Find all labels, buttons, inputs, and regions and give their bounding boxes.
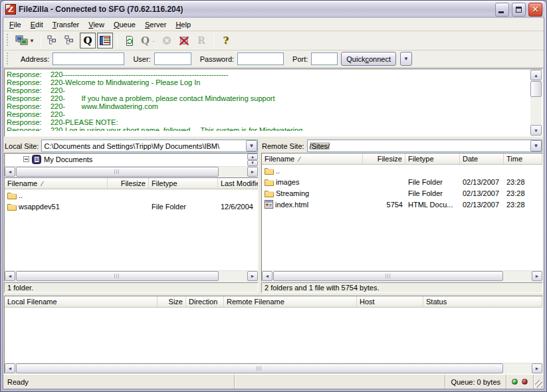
scrollbar-thumb[interactable] [530, 81, 542, 97]
message-log[interactable]: Response:220----------------------------… [4, 68, 543, 137]
toggle-local-tree-button[interactable] [45, 33, 61, 49]
disconnect-button[interactable] [176, 33, 192, 49]
log-vertical-scrollbar[interactable]: ▲ ▼ [530, 70, 542, 136]
quickconnect-dropdown-button[interactable]: ▼ [400, 52, 412, 66]
port-input[interactable] [311, 52, 338, 65]
scroll-right-icon[interactable]: ► [247, 167, 258, 177]
scroll-left-icon[interactable]: ◄ [5, 167, 15, 177]
quickconnect-button[interactable]: Quickconnect [341, 52, 396, 66]
column-header-date[interactable]: Date [460, 153, 504, 164]
scroll-down-icon[interactable]: ▼ [530, 125, 542, 136]
file-row-wsappdev51[interactable]: wsappdev51 File Folder 12/6/2004 [5, 201, 258, 212]
remote-list-body[interactable]: .. images File Folder 02/13/2007 23:28 d… [262, 165, 542, 270]
menu-queue[interactable]: Queue [109, 19, 140, 31]
title-bar[interactable]: Z FileZilla - Connected to SFG (70.62.11… [3, 1, 544, 18]
message-log-icon [100, 36, 110, 45]
maximize-button[interactable] [512, 3, 526, 17]
help-button[interactable]: ? [218, 33, 234, 49]
column-header-time[interactable]: Time [504, 153, 542, 164]
scrollbar-thumb[interactable] [16, 167, 219, 177]
menu-transfer[interactable]: Transfer [48, 19, 84, 31]
column-header-filename[interactable]: Filename/ [5, 178, 108, 189]
address-input[interactable] [53, 52, 124, 65]
column-header-host[interactable]: Host [357, 296, 423, 307]
status-ready-text: Ready [3, 375, 235, 389]
local-site-combo[interactable]: C:\Documents and Settings\Tripp\My Docum… [41, 140, 258, 152]
scrollbar-thumb[interactable] [16, 363, 503, 373]
file-row-parent-dir[interactable]: .. [5, 189, 258, 201]
scroll-right-icon[interactable]: ► [532, 363, 542, 373]
file-row-parent-dir[interactable]: .. [262, 165, 542, 176]
site-manager-dropdown-icon: ▼ [29, 38, 35, 44]
queue-horizontal-scrollbar[interactable]: ◄ ► [5, 363, 542, 373]
scroll-left-icon[interactable]: ◄ [5, 271, 15, 281]
remote-site-dropdown-button[interactable]: ▼ [530, 140, 542, 151]
queue-body[interactable] [5, 308, 542, 363]
column-header-direction[interactable]: Direction [186, 296, 224, 307]
column-header-filetype[interactable]: Filetype [405, 153, 460, 164]
scrollbar-track[interactable] [530, 98, 542, 125]
tree-node-label[interactable]: My Documents [44, 155, 92, 163]
column-header-last-modified[interactable]: Last Modified [218, 178, 259, 189]
remote-site-path[interactable]: /Sites/ [308, 142, 530, 150]
column-header-permissions[interactable] [542, 153, 543, 164]
toggle-remote-tree-button[interactable] [62, 33, 78, 49]
toggle-queue-button[interactable]: Q [80, 33, 96, 49]
user-input[interactable] [154, 52, 191, 65]
scrollbar-track[interactable] [219, 271, 247, 281]
column-header-local-filename[interactable]: Local Filename [5, 296, 158, 307]
scrollbar-track[interactable] [504, 363, 532, 373]
column-header-filetype[interactable]: Filetype [149, 178, 218, 189]
scroll-left-icon[interactable]: ◄ [262, 271, 273, 281]
refresh-button[interactable] [122, 33, 138, 49]
chevron-down-icon: ▼ [534, 143, 539, 149]
help-icon: ? [223, 36, 229, 46]
local-file-list: Filename/ Filesize Filetype Last Modifie… [4, 177, 259, 282]
remote-file-list: Filename/ Filesize Filetype Date Time ..… [261, 153, 543, 282]
collapse-icon[interactable] [23, 156, 29, 162]
scrollbar-thumb[interactable] [16, 271, 219, 281]
local-tree[interactable]: My Documents ▲ ▼ ◄ ► [4, 153, 259, 177]
resize-grip[interactable] [534, 375, 544, 389]
local-site-path[interactable]: C:\Documents and Settings\Tripp\My Docum… [42, 142, 246, 150]
local-site-dropdown-button[interactable]: ▼ [246, 140, 257, 151]
scrollbar-track[interactable] [219, 167, 247, 177]
scrollbar-thumb[interactable] [273, 271, 503, 281]
column-header-filename[interactable]: Filename/ [262, 153, 363, 164]
password-input[interactable] [237, 52, 284, 65]
menu-file[interactable]: File [5, 19, 26, 31]
menu-view[interactable]: View [84, 19, 109, 31]
tree-vertical-scrollbar[interactable]: ▲ ▼ [247, 153, 258, 166]
quickconnect-gripper[interactable] [6, 52, 9, 66]
file-row-index-html[interactable]: index.html 5754 HTML Docu... 02/13/2007 … [262, 199, 542, 210]
site-manager-button[interactable]: ▼ [13, 33, 37, 49]
scrollbar-track[interactable] [504, 271, 532, 281]
scroll-right-icon[interactable]: ► [532, 271, 542, 281]
local-list-horizontal-scrollbar[interactable]: ◄ ► [5, 270, 258, 281]
column-header-filesize[interactable]: Filesize [108, 178, 149, 189]
close-button[interactable]: ✕ [528, 3, 542, 17]
tree-node-my-documents[interactable]: My Documents [5, 153, 258, 165]
local-list-body[interactable]: .. wsappdev51 File Folder 12/6/2004 [5, 189, 258, 270]
scroll-down-icon[interactable]: ▼ [247, 160, 258, 167]
menu-server[interactable]: Server [140, 19, 171, 31]
scroll-right-icon[interactable]: ► [247, 271, 258, 281]
file-row-streaming[interactable]: Streaming File Folder 02/13/2007 23:28 d [262, 187, 542, 199]
column-header-status[interactable]: Status [423, 296, 542, 307]
local-site-label: Local Site: [5, 142, 39, 150]
remote-list-horizontal-scrollbar[interactable]: ◄ ► [262, 270, 542, 281]
column-header-filesize[interactable]: Filesize [363, 153, 405, 164]
scroll-up-icon[interactable]: ▲ [530, 70, 542, 80]
toolbar-gripper[interactable] [6, 34, 9, 47]
scroll-up-icon[interactable]: ▲ [247, 153, 258, 160]
remote-site-combo[interactable]: /Sites/ ▼ [307, 140, 542, 152]
menu-help[interactable]: Help [171, 19, 195, 31]
tree-horizontal-scrollbar[interactable]: ◄ ► [5, 166, 258, 177]
scroll-left-icon[interactable]: ◄ [5, 363, 15, 373]
column-header-size[interactable]: Size [158, 296, 186, 307]
file-row-images[interactable]: images File Folder 02/13/2007 23:28 d [262, 176, 542, 187]
toggle-message-log-button[interactable] [97, 33, 113, 49]
column-header-remote-filename[interactable]: Remote Filename [224, 296, 357, 307]
minimize-button[interactable] [495, 3, 509, 17]
menu-edit[interactable]: Edit [26, 19, 48, 31]
